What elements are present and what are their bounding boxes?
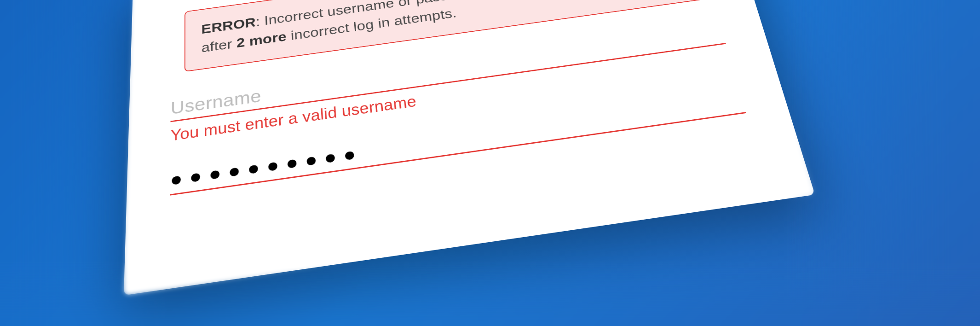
login-card: ERROR: Incorrect username or password. T… bbox=[124, 0, 815, 295]
password-mask: ●●●●●●●●●● bbox=[170, 142, 363, 191]
error-prefix: ERROR bbox=[201, 15, 256, 36]
error-attempts: 2 more bbox=[236, 29, 287, 50]
